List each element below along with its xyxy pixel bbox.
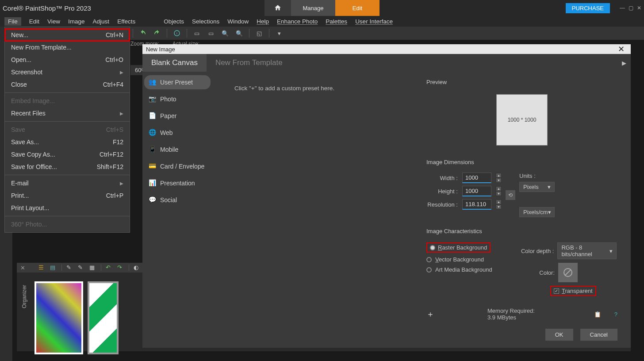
redo-icon[interactable]	[153, 29, 161, 38]
radio-icon	[426, 257, 432, 262]
height-input[interactable]	[462, 186, 491, 196]
menu-label: E-mail	[11, 180, 29, 187]
preset-photo[interactable]: 📷 Photo	[144, 92, 211, 106]
units-select[interactable]: Pixels▾	[519, 182, 555, 192]
chevron-right-icon[interactable]: ▶	[622, 60, 631, 66]
menu-item-recent[interactable]: Recent Files ▶	[5, 107, 130, 119]
preset-web[interactable]: 🌐 Web	[144, 126, 211, 140]
art-media-radio[interactable]: Art Media Background	[426, 266, 519, 273]
menu-palettes[interactable]: Palettes	[326, 18, 347, 25]
zoom-in-icon[interactable]: 🔍	[235, 29, 244, 38]
preset-label: Social	[160, 196, 177, 204]
preset-user[interactable]: 👥 User Preset	[144, 75, 211, 89]
preset-presentation[interactable]: 📊 Presentation	[144, 176, 211, 190]
help-icon[interactable]: ?	[614, 311, 617, 318]
menu-file[interactable]: File	[4, 17, 21, 26]
tool-icon[interactable]: ✎	[66, 264, 73, 271]
menu-enhance[interactable]: Enhance Photo	[277, 18, 318, 25]
preset-card[interactable]: 💳 Card / Envelope	[144, 159, 211, 173]
minimize-icon[interactable]: —	[620, 5, 625, 11]
info-icon[interactable]: i	[172, 29, 181, 38]
menu-item-new[interactable]: New... Ctrl+N	[5, 29, 130, 41]
ok-button[interactable]: OK	[545, 329, 573, 341]
grid-icon[interactable]: ▤	[50, 264, 57, 271]
menu-effects[interactable]: Effects	[117, 18, 135, 25]
menu-item-print-layout[interactable]: Print Layout...	[5, 202, 130, 214]
color-swatch[interactable]	[558, 263, 578, 282]
link-aspect-icon[interactable]: ⟲	[506, 190, 515, 200]
tool-icon[interactable]: ◐	[134, 264, 141, 271]
units-value: Pixels	[523, 184, 539, 190]
menu-image[interactable]: Image	[68, 18, 85, 25]
color-depth-select[interactable]: RGB - 8 bits/channel▾	[557, 242, 617, 259]
menu-accel: Ctrl+N	[106, 31, 123, 38]
thumbnail[interactable]	[34, 281, 83, 354]
fit-screen-icon[interactable]: ▭	[207, 29, 215, 38]
chat-icon: 💬	[149, 196, 157, 204]
close-icon[interactable]: ✕	[637, 5, 641, 11]
fit-window-icon[interactable]: ▭	[192, 29, 201, 38]
crop-icon[interactable]: ◱	[255, 29, 264, 38]
height-spinner[interactable]: ▲▼	[496, 186, 502, 196]
add-preset-icon[interactable]: ＋	[426, 309, 434, 319]
menu-adjust[interactable]: Adjust	[93, 18, 110, 25]
thumbnail[interactable]	[88, 281, 119, 354]
dialog-titlebar[interactable]: New Image ✕	[142, 44, 631, 54]
tab-blank-canvas[interactable]: Blank Canvas	[142, 54, 207, 72]
menu-item-close[interactable]: Close Ctrl+F4	[5, 78, 130, 91]
menu-item-print[interactable]: Print... Ctrl+P	[5, 189, 130, 202]
menu-ui[interactable]: User Interface	[355, 18, 393, 25]
list-icon[interactable]: ☰	[38, 264, 46, 271]
preset-paper[interactable]: 📄 Paper	[144, 109, 211, 123]
dialog-close-icon[interactable]: ✕	[615, 44, 627, 54]
tool-icon[interactable]: ✎	[78, 264, 85, 271]
menu-label: Close	[11, 81, 27, 88]
preview-heading: Preview	[426, 79, 617, 85]
resolution-input[interactable]	[462, 199, 491, 210]
undo-icon[interactable]	[138, 29, 147, 38]
close-icon[interactable]: ✕	[20, 265, 25, 271]
menu-item-save-as[interactable]: Save As... F12	[5, 136, 130, 148]
menu-label: Screenshot	[11, 69, 42, 76]
menu-item-save-copy[interactable]: Save Copy As... Ctrl+F12	[5, 148, 130, 161]
raster-radio-group[interactable]: Raster Background	[426, 242, 491, 253]
preset-social[interactable]: 💬 Social	[144, 193, 211, 207]
menu-item-screenshot[interactable]: Screenshot ▶	[5, 66, 130, 78]
vector-radio[interactable]: Vector Background	[426, 256, 519, 263]
menu-view[interactable]: View	[47, 18, 60, 25]
tab-manage[interactable]: Manage	[291, 0, 335, 16]
width-spinner[interactable]: ▲▼	[496, 173, 502, 183]
menu-selections[interactable]: Selections	[192, 18, 219, 25]
home-button[interactable]	[264, 0, 291, 16]
redo-icon[interactable]: ↷	[117, 264, 124, 271]
menu-help[interactable]: Help	[257, 18, 269, 25]
preset-mobile[interactable]: 📱 Mobile	[144, 142, 211, 157]
transparent-checkbox-group[interactable]: ✓ Transparent	[550, 286, 596, 296]
more-icon[interactable]: ▾	[275, 29, 284, 38]
menu-item-save-office[interactable]: Save for Office... Shift+F12	[5, 161, 130, 173]
app-year: 2023	[77, 4, 91, 12]
zoom-out-icon[interactable]: 🔍	[221, 29, 230, 38]
tab-edit[interactable]: Edit	[335, 0, 380, 16]
tab-new-from-template[interactable]: New From Template	[207, 54, 291, 72]
undo-icon[interactable]: ↶	[106, 264, 113, 271]
menu-window[interactable]: Window	[227, 18, 249, 25]
tool-icon[interactable]: ▦	[89, 264, 96, 271]
menu-item-new-template[interactable]: New From Template...	[5, 41, 130, 54]
menubar: File Edit View Image Adjust Effects Obje…	[0, 16, 644, 27]
width-input[interactable]	[462, 173, 491, 183]
app-title: Corel ® PaintShop ™ Pro 2023	[3, 4, 91, 12]
menu-item-email[interactable]: E-mail ▶	[5, 177, 130, 189]
paper-icon: 📄	[149, 112, 157, 120]
menu-item-open[interactable]: Open... Ctrl+O	[5, 54, 130, 66]
resolution-spinner[interactable]: ▲▼	[496, 200, 502, 209]
resolution-units-select[interactable]: Pixels/cm▾	[519, 207, 555, 217]
maximize-icon[interactable]: ▢	[629, 5, 633, 11]
menu-edit[interactable]: Edit	[29, 18, 39, 25]
copy-icon[interactable]: 📋	[594, 311, 601, 318]
cancel-button[interactable]: Cancel	[580, 329, 617, 341]
app-name: PaintShop	[25, 4, 56, 12]
menu-accel: Ctrl+F4	[103, 81, 123, 88]
menu-objects[interactable]: Objects	[164, 18, 184, 25]
purchase-button[interactable]: PURCHASE	[566, 3, 610, 13]
